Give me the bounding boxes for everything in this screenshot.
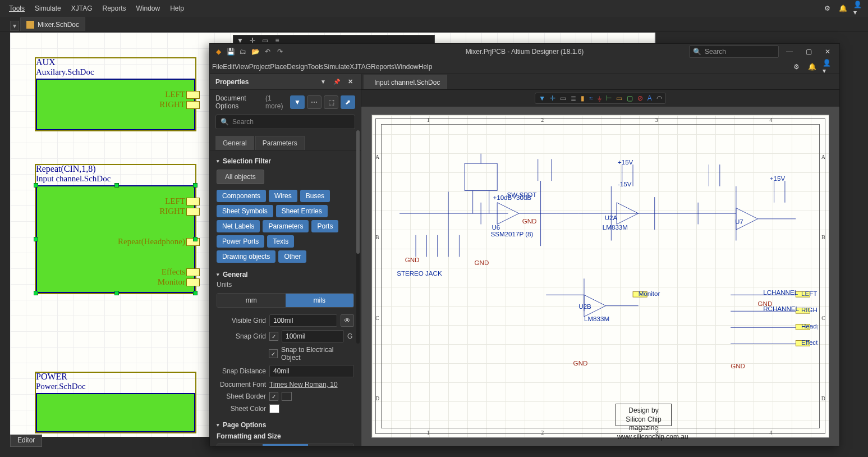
selection-handle[interactable]: [114, 291, 119, 295]
arc-icon[interactable]: ◠: [656, 94, 662, 102]
filter-drawing-objects[interactable]: Drawing objects: [217, 250, 275, 263]
bg-menu-reports[interactable]: Reports: [98, 2, 130, 15]
fg-menu-simulate[interactable]: Simulate: [324, 63, 350, 71]
filter-power-ports[interactable]: Power Ports: [217, 235, 264, 248]
filter-buses[interactable]: Buses: [300, 190, 330, 202]
fg-menu-help[interactable]: Help: [419, 63, 433, 71]
port-left[interactable]: LEFT: [165, 196, 200, 206]
tab-parameters[interactable]: Parameters: [255, 136, 305, 150]
fg-menu-edit[interactable]: Edit: [223, 63, 235, 71]
text-icon[interactable]: A: [647, 94, 652, 102]
fg-menu-file[interactable]: File: [212, 63, 223, 71]
close-button[interactable]: ✕: [819, 45, 836, 58]
more-options-icon[interactable]: ⋯: [307, 95, 322, 109]
schematic-sheet[interactable]: 1 2 3 4 1 2 3 4 A B C D A B C D: [371, 115, 829, 438]
units-mils-button[interactable]: mils: [286, 294, 354, 307]
selection-handle[interactable]: [114, 183, 119, 188]
user-icon[interactable]: 👤▾: [853, 3, 864, 13]
filter-components[interactable]: Components: [217, 190, 266, 202]
bg-document-tab[interactable]: Mixer.SchDoc: [20, 17, 85, 31]
selection-handle[interactable]: [34, 237, 38, 241]
doc-tab-input-channel[interactable]: Input channel.SchDoc: [364, 75, 447, 89]
section-selection-filter[interactable]: Selection Filter: [210, 153, 361, 167]
fmt-custom-button[interactable]: Custom: [308, 444, 353, 446]
editor-view-tab[interactable]: Editor: [10, 435, 42, 447]
properties-search-input[interactable]: 🔍 Search: [215, 115, 355, 129]
filter-parameters[interactable]: Parameters: [263, 220, 309, 232]
component-icon[interactable]: ▮: [581, 94, 585, 102]
pick-select-icon[interactable]: ⬚: [324, 95, 338, 109]
fg-menu-tools[interactable]: Tools: [308, 63, 324, 71]
save-icon[interactable]: 💾: [226, 47, 236, 57]
selection-handle[interactable]: [193, 183, 198, 188]
power-port-icon[interactable]: ⏚: [598, 94, 601, 102]
sheet-symbol-input[interactable]: Repeat(CIN,1,8) Input channel.SchDoc LEF…: [35, 164, 196, 294]
snap-distance-input[interactable]: 40mil: [269, 365, 354, 377]
gear-icon[interactable]: ⚙: [791, 62, 801, 72]
filter-net-labels[interactable]: Net Labels: [217, 220, 260, 232]
filter-other[interactable]: Other: [278, 250, 306, 263]
net-label-icon[interactable]: ⊢: [606, 94, 612, 102]
port-monitor[interactable]: Monitor: [158, 277, 200, 287]
visible-grid-toggle-icon[interactable]: 👁: [341, 314, 354, 327]
snap-grid-input[interactable]: 100mil: [282, 330, 344, 342]
sheet-symbol-aux[interactable]: AUX Auxilary.SchDoc LEFT RIGHT: [35, 57, 196, 131]
no-erc-icon[interactable]: ⊘: [637, 94, 643, 102]
document-font-link[interactable]: Times New Roman, 10: [269, 381, 338, 389]
filter-ports[interactable]: Ports: [311, 220, 338, 232]
wire-icon[interactable]: ≈: [589, 94, 593, 102]
port-icon[interactable]: ▭: [616, 94, 622, 102]
port-effects[interactable]: Effects: [162, 267, 200, 277]
snap-electrical-checkbox[interactable]: ✓: [269, 349, 278, 358]
filter-funnel-icon[interactable]: ▼: [539, 94, 545, 102]
units-mm-button[interactable]: mm: [217, 294, 286, 307]
properties-scrollbar[interactable]: [356, 130, 360, 344]
selection-handle[interactable]: [34, 291, 38, 295]
bg-menu-xjtag[interactable]: XJTAG: [67, 2, 97, 15]
fg-menu-window[interactable]: Window: [394, 63, 419, 71]
redo-icon[interactable]: ↷: [275, 47, 285, 57]
bg-menu-help[interactable]: Help: [166, 2, 189, 15]
visible-grid-input[interactable]: 100mil: [269, 314, 337, 327]
filter-texts[interactable]: Texts: [267, 235, 294, 248]
scrollbar-thumb[interactable]: [356, 130, 360, 254]
all-objects-button[interactable]: All objects: [217, 170, 264, 184]
minimize-button[interactable]: —: [781, 45, 798, 58]
selection-handle[interactable]: [193, 237, 198, 241]
filter-sheet-entries[interactable]: Sheet Entries: [276, 205, 328, 217]
select-rect-icon[interactable]: ▭: [560, 94, 566, 102]
tab-general[interactable]: General: [215, 136, 254, 150]
sheet-border-checkbox[interactable]: ✓: [269, 392, 278, 401]
selection-handle[interactable]: [193, 291, 198, 295]
bell-icon[interactable]: 🔔: [838, 3, 848, 13]
pick-cursor-icon[interactable]: ⬈: [341, 95, 355, 109]
dropdown-icon[interactable]: ▼: [318, 77, 328, 87]
filter-sheet-symbols[interactable]: Sheet Symbols: [217, 205, 273, 217]
fg-menu-xjtag[interactable]: XJTAG: [350, 63, 371, 71]
fg-titlebar[interactable]: ◆ 💾 🗂 📂 ↶ ↷ Mixer.PrjPCB - Altium Design…: [210, 44, 839, 60]
sheet-border-color-swatch[interactable]: [282, 392, 292, 401]
bg-menu-simulate[interactable]: Simulate: [30, 2, 66, 15]
selection-handle[interactable]: [34, 183, 38, 188]
port-headphone[interactable]: Repeat(Headphone): [118, 237, 200, 246]
gear-icon[interactable]: ⚙: [822, 3, 832, 13]
align-icon[interactable]: ≣: [571, 94, 576, 102]
bg-menu-tools[interactable]: Tools: [4, 2, 29, 15]
fg-menu-design[interactable]: Design: [287, 63, 307, 71]
bell-icon[interactable]: 🔔: [807, 62, 817, 72]
open-project-icon[interactable]: 🗂: [238, 47, 248, 57]
fmt-standard-button[interactable]: Standard: [263, 444, 308, 446]
pin-icon[interactable]: 📌: [332, 77, 342, 87]
section-general[interactable]: General: [210, 266, 361, 281]
crosshair-icon[interactable]: ✛: [550, 94, 555, 102]
port-right[interactable]: RIGHT: [159, 207, 200, 216]
sheet-color-swatch[interactable]: [269, 404, 279, 413]
tab-minimize-icon[interactable]: ▾: [10, 21, 19, 31]
close-panel-icon[interactable]: ✕: [345, 77, 355, 87]
global-search-input[interactable]: 🔍 Search: [689, 45, 779, 58]
fmt-template-button[interactable]: Template: [217, 444, 263, 446]
bg-menu-window[interactable]: Window: [132, 2, 165, 15]
user-icon[interactable]: 👤▾: [823, 62, 833, 72]
app-logo-icon[interactable]: ◆: [213, 47, 223, 57]
port-left[interactable]: LEFT: [165, 90, 200, 99]
